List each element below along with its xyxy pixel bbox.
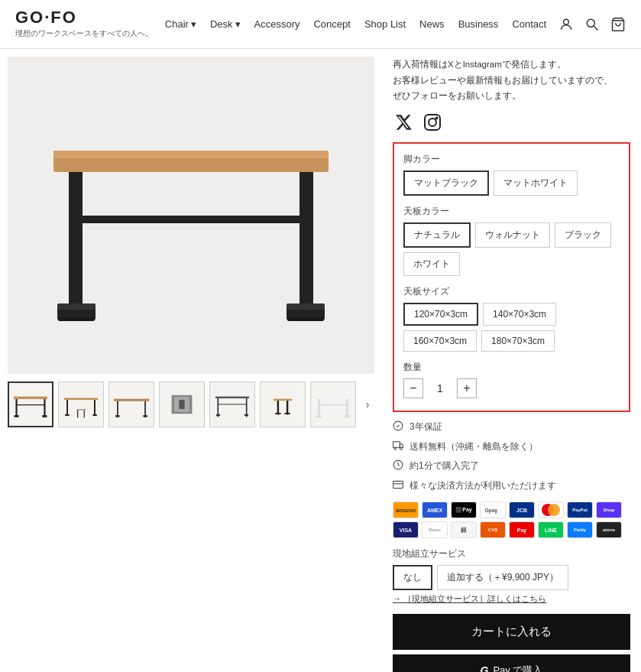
svg-text:Gpay: Gpay <box>485 508 498 514</box>
svg-rect-38 <box>217 398 219 417</box>
size-140[interactable]: 140×70×3cm <box>483 303 556 326</box>
nav-accessory[interactable]: Accessory <box>254 18 300 30</box>
thumbnail-5[interactable] <box>209 381 255 427</box>
top-color-black[interactable]: ブラック <box>555 222 611 248</box>
svg-rect-37 <box>215 397 249 398</box>
nav-contact[interactable]: Contact <box>512 18 546 30</box>
svg-rect-63 <box>393 481 403 488</box>
nav-news[interactable]: News <box>419 18 445 30</box>
feature-shipping: 送料無料（沖縄・離島を除く） <box>393 440 630 456</box>
leg-color-matt-white[interactable]: マットホワイト <box>494 170 578 196</box>
top-color-natural[interactable]: ナチュラル <box>403 222 471 248</box>
size-label: 天板サイズ <box>403 285 620 298</box>
payment-visa: VISA <box>393 521 419 538</box>
svg-rect-29 <box>114 399 149 401</box>
svg-rect-47 <box>284 413 290 414</box>
svg-rect-50 <box>317 415 322 417</box>
svg-rect-43 <box>274 399 292 401</box>
social-links <box>393 112 630 133</box>
gpay-icon: G <box>481 664 489 672</box>
restock-line1: 再入荷情報はXとInstagramで発信します。 <box>393 57 630 73</box>
size-120[interactable]: 120×70×3cm <box>403 303 478 326</box>
size-160[interactable]: 160×70×3cm <box>403 330 477 352</box>
svg-rect-40 <box>216 414 220 416</box>
svg-rect-42 <box>219 404 247 404</box>
thumbnail-next-button[interactable]: › <box>361 381 374 427</box>
assembly-section: 現地組立サービス なし 追加する（＋¥9,900 JPY） → ［現地組立サービ… <box>393 547 630 605</box>
payment-diners: Diners <box>422 521 448 538</box>
assembly-none-button[interactable]: なし <box>393 565 432 590</box>
svg-rect-30 <box>117 401 118 417</box>
assembly-add-button[interactable]: 追加する（＋¥9,900 JPY） <box>437 565 568 590</box>
top-color-options: ナチュラル ウォルナット ブラック ホワイト <box>403 222 620 276</box>
product-gallery: › <box>0 49 382 672</box>
twitter-x-icon[interactable] <box>393 112 414 133</box>
size-group: 天板サイズ 120×70×3cm 140×70×3cm 160×70×3cm 1… <box>403 285 620 352</box>
svg-rect-36 <box>179 400 184 409</box>
top-color-walnut[interactable]: ウォルナット <box>475 222 550 248</box>
quantity-decrease-button[interactable]: − <box>403 378 423 398</box>
thumbnail-3[interactable] <box>108 381 154 427</box>
feature-quick-buy: 約1分で購入完了 <box>393 459 630 475</box>
nav-business[interactable]: Business <box>458 18 499 30</box>
svg-rect-33 <box>143 415 147 417</box>
svg-rect-18 <box>44 399 45 417</box>
svg-rect-13 <box>58 317 95 321</box>
svg-line-2 <box>594 26 598 30</box>
payment-paypay: Pay <box>509 521 535 538</box>
user-icon[interactable] <box>558 17 574 32</box>
svg-rect-46 <box>275 413 280 414</box>
svg-point-60 <box>394 447 397 450</box>
svg-rect-5 <box>53 151 329 158</box>
instagram-icon[interactable] <box>422 112 443 133</box>
cart-section: カートに入れる G Pay で購入 <box>393 614 630 672</box>
nav-concept[interactable]: Concept <box>313 18 350 30</box>
svg-rect-9 <box>299 172 313 321</box>
payment-paypal: PayPal <box>567 502 593 518</box>
search-icon[interactable] <box>584 17 600 32</box>
gpay-label: Pay で購入 <box>493 664 542 672</box>
payment-amex: AMEX <box>422 502 448 518</box>
payment-google: Gpay <box>480 502 506 518</box>
svg-rect-6 <box>69 172 83 321</box>
svg-rect-17 <box>15 415 19 417</box>
quick-buy-text: 約1分で購入完了 <box>410 459 479 472</box>
payment-shopify: Shop <box>596 502 622 518</box>
quantity-increase-button[interactable]: + <box>457 378 477 398</box>
warranty-icon <box>393 420 403 436</box>
add-to-cart-button[interactable]: カートに入れる <box>393 614 630 650</box>
thumbnail-6[interactable] <box>260 381 306 427</box>
size-options: 120×70×3cm 140×70×3cm 160×70×3cm 180×70×… <box>403 303 620 352</box>
svg-rect-12 <box>76 216 306 223</box>
payment-text: 様々な決済方法が利用いただけます <box>410 479 556 492</box>
thumbnail-2[interactable] <box>58 381 104 427</box>
restock-line3: ぜひフォローをお願いします。 <box>393 88 630 104</box>
nav-desk[interactable]: Desk ▾ <box>210 18 241 30</box>
logo[interactable]: GO·FO 理想のワークスペースをすべての人へ。 <box>15 9 153 39</box>
main-container: › 再入荷情報はXとInstagramで発信します。 お客様レビューや最新情報も… <box>0 49 641 672</box>
nav-chair[interactable]: Chair ▾ <box>165 18 196 30</box>
nav-shoplist[interactable]: Shop List <box>364 18 406 30</box>
size-180[interactable]: 180×70×3cm <box>481 330 555 352</box>
svg-point-0 <box>564 19 569 24</box>
thumbnail-4[interactable] <box>159 381 205 427</box>
thumbnail-7[interactable] <box>310 381 356 427</box>
leg-color-matt-black[interactable]: マットブラック <box>403 170 489 196</box>
assembly-detail-link[interactable]: → ［現地組立サービス］詳しくはこちら <box>393 593 630 605</box>
svg-rect-23 <box>94 400 96 416</box>
payment-amazon: amazon <box>393 502 419 518</box>
top-color-white[interactable]: ホワイト <box>403 252 460 276</box>
feature-warranty: 3年保証 <box>393 420 630 436</box>
svg-point-56 <box>436 118 438 119</box>
svg-rect-27 <box>77 411 78 418</box>
thumbnail-1[interactable] <box>8 381 53 427</box>
svg-rect-58 <box>393 441 400 447</box>
svg-point-55 <box>429 118 436 126</box>
payment-applepay: ⬛Pay <box>451 502 477 518</box>
svg-point-1 <box>587 19 594 27</box>
top-color-label: 天板カラー <box>403 205 620 218</box>
main-nav: Chair ▾ Desk ▾ Accessory Concept Shop Li… <box>165 18 546 30</box>
cart-icon[interactable] <box>610 17 626 32</box>
main-product-image <box>8 57 374 374</box>
google-pay-button[interactable]: G Pay で購入 <box>393 654 630 672</box>
